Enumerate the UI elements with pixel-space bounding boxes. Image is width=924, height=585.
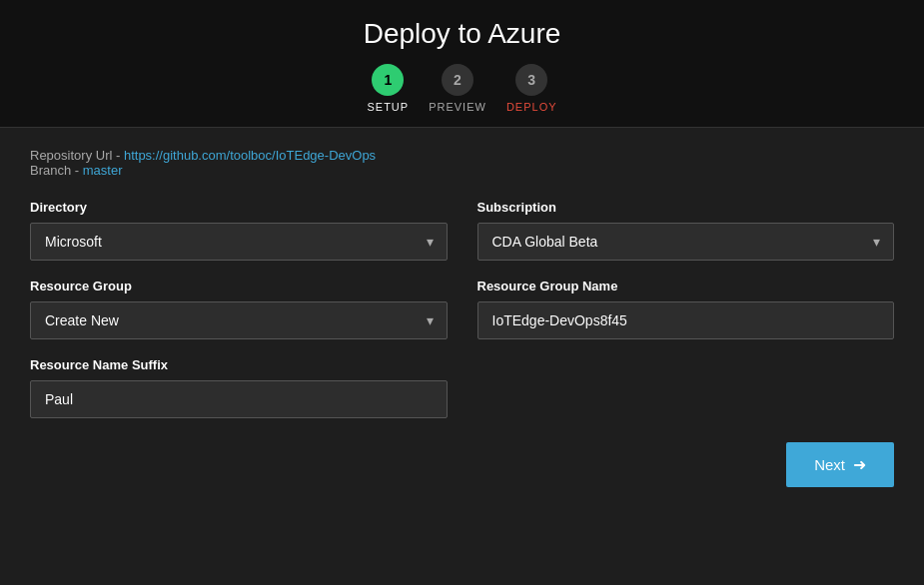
step-2-circle: 2: [442, 64, 473, 96]
form-row-1: Directory Microsoft ▾ Subscription CDA G…: [30, 200, 894, 261]
step-1-label: SETUP: [367, 101, 409, 113]
resource-group-name-label: Resource Group Name: [477, 279, 895, 293]
step-3: 3 DEPLOY: [506, 64, 557, 113]
subscription-group: Subscription CDA Global Beta ▾: [477, 200, 895, 261]
footer-row: Next ➜: [30, 442, 894, 487]
resource-group-label: Resource Group: [30, 279, 448, 293]
next-button[interactable]: Next ➜: [786, 442, 894, 487]
next-label: Next: [814, 456, 845, 473]
step-1-circle: 1: [372, 64, 404, 96]
repo-url-link[interactable]: https://github.com/toolboc/IoTEdge-DevOp…: [124, 148, 376, 163]
form-row-2: Resource Group Create New ▾ Resource Gro…: [30, 279, 894, 339]
resource-group-select[interactable]: Create New: [30, 301, 448, 339]
form-row-3: Resource Name Suffix: [30, 357, 894, 418]
step-2-label: PREVIEW: [429, 101, 486, 113]
subscription-select[interactable]: CDA Global Beta: [477, 223, 895, 261]
resource-name-suffix-group: Resource Name Suffix: [30, 357, 448, 418]
resource-name-suffix-input[interactable]: [30, 380, 448, 418]
repo-url-label: Repository Url -: [30, 148, 124, 163]
directory-group: Directory Microsoft ▾: [30, 200, 448, 261]
directory-select-wrapper: Microsoft ▾: [30, 223, 448, 261]
resource-group-name-input[interactable]: [477, 301, 895, 339]
resource-group-group: Resource Group Create New ▾: [30, 279, 448, 339]
resource-group-select-wrapper: Create New ▾: [30, 301, 448, 339]
step-2: 2 PREVIEW: [429, 64, 486, 113]
resource-group-name-group: Resource Group Name: [477, 279, 895, 339]
repo-info: Repository Url - https://github.com/tool…: [30, 148, 894, 178]
branch-value: master: [83, 163, 123, 178]
steps-row: 1 SETUP 2 PREVIEW 3 DEPLOY: [0, 64, 924, 113]
step-3-circle: 3: [515, 64, 547, 96]
directory-label: Directory: [30, 200, 448, 215]
directory-select[interactable]: Microsoft: [30, 223, 448, 261]
main-content: Repository Url - https://github.com/tool…: [0, 128, 924, 507]
header: Deploy to Azure 1 SETUP 2 PREVIEW 3 DEPL…: [0, 0, 924, 128]
subscription-label: Subscription: [477, 200, 895, 215]
branch-label: Branch -: [30, 163, 83, 178]
resource-name-suffix-label: Resource Name Suffix: [30, 357, 448, 372]
empty-right: [477, 357, 895, 418]
step-1: 1 SETUP: [367, 64, 409, 113]
step-3-label: DEPLOY: [506, 101, 557, 113]
page-title: Deploy to Azure: [0, 18, 924, 50]
next-arrow-icon: ➜: [853, 455, 866, 474]
subscription-select-wrapper: CDA Global Beta ▾: [477, 223, 895, 261]
